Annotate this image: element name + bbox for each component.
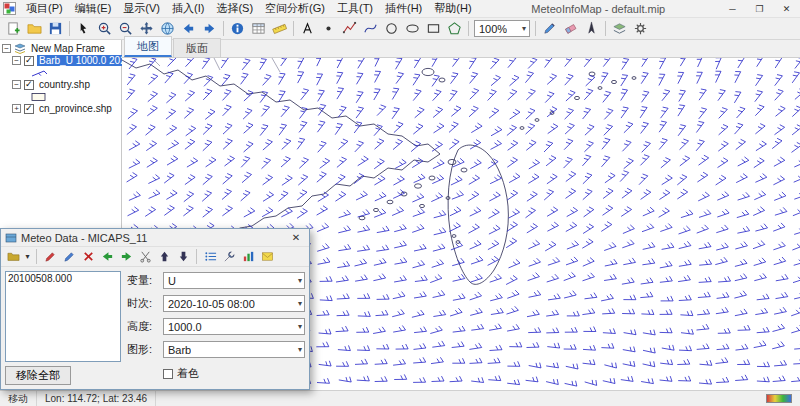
tree-layer-barb[interactable]: − Barb_U 1000.0 2020-1 (12, 55, 121, 66)
new-project-button[interactable] (3, 19, 24, 38)
graphic-field-row: 图形: Barb ▾ (127, 341, 305, 358)
expander-icon[interactable]: + (12, 104, 21, 113)
insert-text-button[interactable] (297, 19, 318, 38)
layers-icon (612, 21, 627, 36)
level-select[interactable]: 1000.0 ▾ (163, 318, 305, 335)
time-select[interactable]: 2020-10-05 08:00 ▾ (163, 295, 305, 312)
zoom-next-button[interactable] (199, 19, 220, 38)
edit-pencil-button[interactable] (539, 19, 560, 38)
tree-layer-country[interactable]: − country.shp (12, 79, 121, 90)
red-pencil-icon (44, 250, 57, 263)
zoom-in-icon (97, 21, 112, 36)
app-logo-icon (3, 2, 16, 15)
edit-graphic-button[interactable] (60, 248, 78, 265)
open-data-file-button[interactable] (4, 248, 22, 265)
data-chart-button[interactable] (239, 248, 257, 265)
data-settings-button[interactable] (220, 248, 238, 265)
open-project-button[interactable] (24, 19, 45, 38)
data-file-item[interactable]: 20100508.000 (8, 273, 118, 285)
arrow-down-icon (177, 250, 190, 263)
chevron-down-icon: ▾ (296, 299, 304, 308)
draw-graphic-button[interactable] (41, 248, 59, 265)
save-project-button[interactable] (45, 19, 66, 38)
pencil-icon (542, 21, 557, 36)
view-tab-bar: 地图 版面 (122, 40, 800, 58)
draw-polyline-button[interactable] (339, 19, 360, 38)
menu-plugins[interactable]: 插件(H) (379, 0, 428, 17)
variable-label: 变量: (127, 273, 159, 288)
shading-checkbox[interactable] (163, 369, 173, 379)
green-arrow-left-icon (101, 250, 114, 263)
tree-layer-province[interactable]: + cn_province.shp (12, 103, 121, 114)
expander-icon[interactable]: − (2, 44, 11, 53)
time-value: 2020-10-05 08:00 (168, 298, 255, 310)
shading-check-row: 着色 (163, 366, 305, 381)
menu-help[interactable]: 帮助(H) (428, 0, 477, 17)
expander-icon[interactable]: − (12, 80, 21, 89)
maximize-button[interactable]: ❐ (746, 0, 773, 18)
draw-rectangle-button[interactable] (423, 19, 444, 38)
chevron-down-icon[interactable]: ▾ (23, 252, 32, 261)
menu-edit[interactable]: 编辑(E) (69, 0, 118, 17)
polygon-icon (447, 21, 462, 36)
move-up-button[interactable] (155, 248, 173, 265)
window-controls: ─ ❐ ✕ (719, 0, 800, 18)
eraser-button[interactable] (560, 19, 581, 38)
dialog-close-button[interactable]: ✕ (287, 232, 305, 243)
menu-geoprocessing[interactable]: 空间分析(G) (259, 0, 331, 17)
draw-circle-button[interactable] (381, 19, 402, 38)
draw-polygon-button[interactable] (444, 19, 465, 38)
menu-selection[interactable]: 选择(S) (210, 0, 259, 17)
zoom-previous-button[interactable] (178, 19, 199, 38)
draw-ellipse-button[interactable] (402, 19, 423, 38)
status-bar: 移动 Lon: 114.72; Lat: 23.46 (0, 390, 800, 406)
chevron-down-icon: ▾ (296, 276, 304, 285)
layer-visibility-checkbox[interactable] (24, 104, 34, 114)
minimize-button[interactable]: ─ (719, 0, 746, 18)
open-folder-icon (7, 250, 20, 263)
zoom-in-button[interactable] (94, 19, 115, 38)
dialog-title-bar[interactable]: Meteo Data - MICAPS_11 ✕ (1, 229, 309, 247)
remove-all-button[interactable]: 移除全部 (5, 366, 71, 385)
select-button[interactable] (73, 19, 94, 38)
cut-button[interactable] (136, 248, 154, 265)
draw-point-button[interactable] (318, 19, 339, 38)
measure-button[interactable] (269, 19, 290, 38)
tree-root-map-frame[interactable]: − New Map Frame (2, 43, 121, 54)
north-arrow-icon (584, 21, 599, 36)
draw-curve-button[interactable] (360, 19, 381, 38)
map-frame-icon (14, 43, 26, 54)
curve-icon (363, 21, 378, 36)
mail-button[interactable] (258, 248, 276, 265)
layers-button[interactable] (609, 19, 630, 38)
bar-chart-icon (242, 250, 255, 263)
north-arrow-button[interactable] (581, 19, 602, 38)
menu-project[interactable]: 项目(P) (20, 0, 69, 17)
tab-map[interactable]: 地图 (124, 36, 172, 57)
graphic-select[interactable]: Barb ▾ (163, 341, 305, 358)
open-folder-icon (27, 21, 42, 36)
data-file-list[interactable]: 20100508.000 (5, 271, 121, 362)
attribute-table-button[interactable] (248, 19, 269, 38)
tab-layout[interactable]: 版面 (173, 38, 221, 57)
remove-graphic-button[interactable] (79, 248, 97, 265)
previous-time-button[interactable] (98, 248, 116, 265)
expander-icon[interactable]: − (12, 56, 21, 65)
identify-button[interactable] (227, 19, 248, 38)
layer-visibility-checkbox[interactable] (24, 56, 34, 66)
layer-visibility-checkbox[interactable] (24, 80, 34, 90)
variable-select[interactable]: U ▾ (163, 272, 305, 289)
move-down-button[interactable] (174, 248, 192, 265)
minimize-icon: ─ (729, 4, 735, 14)
next-time-button[interactable] (117, 248, 135, 265)
menu-tools[interactable]: 工具(T) (331, 0, 379, 17)
arrow-left-icon (181, 21, 196, 36)
close-button[interactable]: ✕ (773, 0, 800, 18)
zoom-level-combo[interactable]: 100% ▾ (474, 20, 530, 37)
settings-button[interactable] (630, 19, 651, 38)
menu-view[interactable]: 显示(V) (117, 0, 166, 17)
tab-layout-label: 版面 (186, 42, 208, 54)
menu-insert[interactable]: 插入(I) (166, 0, 210, 17)
data-list-button[interactable] (201, 248, 219, 265)
layer-label: cn_province.shp (37, 103, 114, 114)
